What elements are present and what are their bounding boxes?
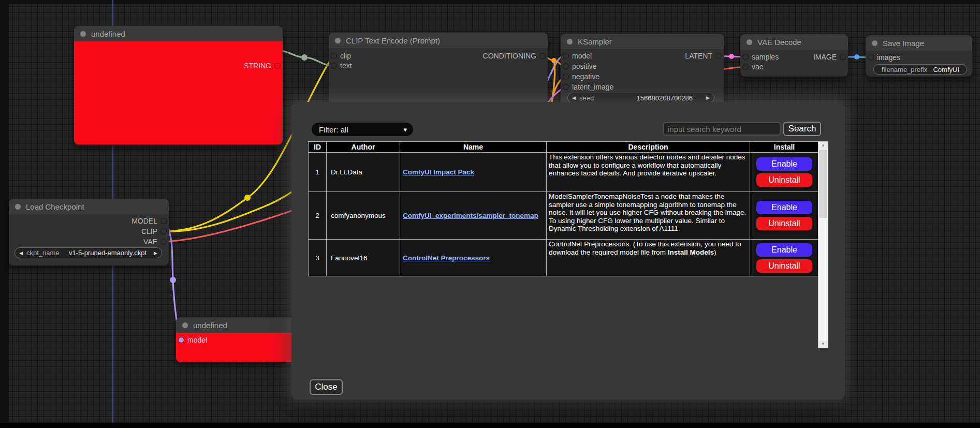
image-output-dot[interactable] <box>840 54 845 60</box>
collapse-dot-icon[interactable] <box>747 39 752 45</box>
string-output-dot[interactable] <box>275 63 280 68</box>
conditioning-output-dot[interactable] <box>540 53 545 58</box>
node-clip-text-encode[interactable]: CLIP Text Encode (Prompt) clip text COND… <box>329 33 548 105</box>
node-save-image-body: images filename_prefix ComfyUI <box>866 51 972 77</box>
node-save-image[interactable]: Save Image images filename_prefix ComfyU… <box>866 35 972 77</box>
clip-output-dot[interactable] <box>161 229 166 234</box>
stepper-left-icon[interactable]: ◀ <box>19 250 23 256</box>
positive-input-dot[interactable] <box>563 64 568 69</box>
node-load-checkpoint[interactable]: Load Checkpoint MODEL CLIP VAE ◀ ckpt_na… <box>9 199 169 265</box>
uninstall-button[interactable]: Uninstall <box>756 259 812 273</box>
latent-output-port[interactable]: LATENT <box>685 51 721 61</box>
vae-input-port[interactable]: vae <box>743 62 764 71</box>
reroute-dot-orange[interactable] <box>551 58 557 63</box>
table-header-cell: Author <box>327 142 400 153</box>
stepper-left-icon[interactable]: ◀ <box>572 95 576 100</box>
scrollbar-thumb[interactable] <box>819 150 827 218</box>
collapse-dot-icon[interactable] <box>15 204 21 210</box>
latent-image-input-port[interactable]: latent_image <box>563 82 613 92</box>
stepper-right-icon[interactable]: ▶ <box>154 250 157 256</box>
model-output-port[interactable]: MODEL <box>131 216 166 226</box>
cell-author: comfyanonymous <box>327 192 400 240</box>
widget-name: seed <box>579 94 594 102</box>
extension-link[interactable]: ControlNet Preprocessors <box>403 254 490 262</box>
collapse-dot-icon[interactable] <box>872 40 877 46</box>
collapse-dot-icon[interactable] <box>80 31 86 37</box>
node-vae-decode-header[interactable]: VAE Decode <box>740 34 848 50</box>
node-vae-decode-body: samples vae IMAGE <box>740 50 848 77</box>
model-input-dot[interactable] <box>563 53 568 58</box>
table-scrollbar[interactable]: ▲ ▼ <box>818 141 828 348</box>
stepper-right-icon[interactable]: ▶ <box>706 95 710 100</box>
images-input-dot[interactable] <box>868 55 873 60</box>
conditioning-output-port[interactable]: CONDITIONING <box>483 51 545 61</box>
reroute-dot-pink[interactable] <box>729 54 734 59</box>
extension-link[interactable]: ComfyUI_experiments/sampler_tonemap <box>403 212 538 219</box>
clip-output-port[interactable]: CLIP <box>141 227 166 236</box>
node-load-checkpoint-header[interactable]: Load Checkpoint <box>9 199 169 214</box>
uninstall-button[interactable]: Uninstall <box>756 173 812 187</box>
enable-button[interactable]: Enable <box>756 243 812 257</box>
latent-image-input-dot[interactable] <box>563 84 568 90</box>
table-header-cell: Name <box>400 142 547 153</box>
widget-value: ComfyUI <box>933 66 959 73</box>
enable-button[interactable]: Enable <box>756 157 812 171</box>
cell-install: EnableUninstall <box>750 153 818 192</box>
search-input[interactable] <box>663 122 781 136</box>
ckpt-name-widget[interactable]: ◀ ckpt_name v1-5-pruned-emaonly.ckpt ▶ <box>14 247 162 258</box>
clip-input-dot[interactable] <box>331 53 337 58</box>
text-input-dot[interactable] <box>331 63 337 68</box>
model-output-dot[interactable] <box>161 218 166 224</box>
table-header-cell: Install <box>750 142 818 153</box>
samples-input-dot[interactable] <box>743 54 748 60</box>
filename-prefix-widget[interactable]: filename_prefix ComfyUI <box>873 64 967 75</box>
node-save-image-header[interactable]: Save Image <box>866 35 972 51</box>
node-undefined-top[interactable]: undefined STRING <box>74 26 283 145</box>
collapse-dot-icon[interactable] <box>335 38 341 43</box>
negative-input-port[interactable]: negative <box>563 72 599 81</box>
positive-input-port[interactable]: positive <box>563 62 596 71</box>
cell-id: 3 <box>309 240 327 276</box>
cell-description: ModelSamplerTonemapNoiseTest a node that… <box>547 192 750 240</box>
image-output-port[interactable]: IMAGE <box>813 52 845 62</box>
node-undefined-top-header[interactable]: undefined <box>74 26 283 41</box>
collapse-dot-icon[interactable] <box>567 39 573 45</box>
text-input-port[interactable]: text <box>331 61 352 70</box>
samples-input-port[interactable]: samples <box>743 52 779 62</box>
model-input-port[interactable]: model <box>563 51 592 61</box>
node-title: Save Image <box>883 39 924 48</box>
node-ksampler-header[interactable]: KSampler <box>561 34 724 49</box>
negative-input-dot[interactable] <box>563 74 568 79</box>
model-input-dot[interactable] <box>179 337 184 343</box>
model-input-port[interactable]: model <box>179 335 207 345</box>
cell-author: Fannovel16 <box>327 240 400 276</box>
comfyui-canvas[interactable]: undefined STRING CLIP Text Encode (Promp… <box>0 0 980 428</box>
reroute-dot-purple[interactable] <box>170 277 176 283</box>
reroute-dot-blue[interactable] <box>854 54 859 60</box>
close-button[interactable]: Close <box>310 379 343 395</box>
scrollbar-down-icon[interactable]: ▼ <box>818 341 828 348</box>
vae-output-port[interactable]: VAE <box>143 237 166 246</box>
search-button[interactable]: Search <box>783 122 821 136</box>
reroute-dot-yellow[interactable] <box>244 195 251 201</box>
node-ksampler[interactable]: KSampler model positive negative latent_… <box>561 34 724 106</box>
enable-button[interactable]: Enable <box>756 201 812 214</box>
seed-widget[interactable]: ◀ seed 156680208700286 ▶ <box>567 93 714 103</box>
cell-install: EnableUninstall <box>750 192 818 240</box>
extension-link[interactable]: ComfyUI Impact Pack <box>403 168 474 176</box>
table-header-cell: Description <box>547 142 750 153</box>
clip-input-port[interactable]: clip <box>331 51 351 61</box>
filter-select[interactable]: Filter: all ▾ <box>312 123 413 136</box>
latent-output-dot[interactable] <box>716 53 721 58</box>
vae-output-dot[interactable] <box>161 239 166 244</box>
string-output-port[interactable]: STRING <box>244 61 280 70</box>
scrollbar-up-icon[interactable]: ▲ <box>818 142 828 149</box>
vae-input-dot[interactable] <box>743 64 748 69</box>
collapse-dot-icon[interactable] <box>182 322 188 328</box>
node-clip-header[interactable]: CLIP Text Encode (Prompt) <box>329 33 548 48</box>
table-header-cell: ID <box>309 142 327 153</box>
node-vae-decode[interactable]: VAE Decode samples vae IMAGE <box>740 34 848 77</box>
reroute-dot-gray[interactable] <box>301 54 308 61</box>
images-input-port[interactable]: images <box>868 53 900 62</box>
uninstall-button[interactable]: Uninstall <box>756 217 812 230</box>
